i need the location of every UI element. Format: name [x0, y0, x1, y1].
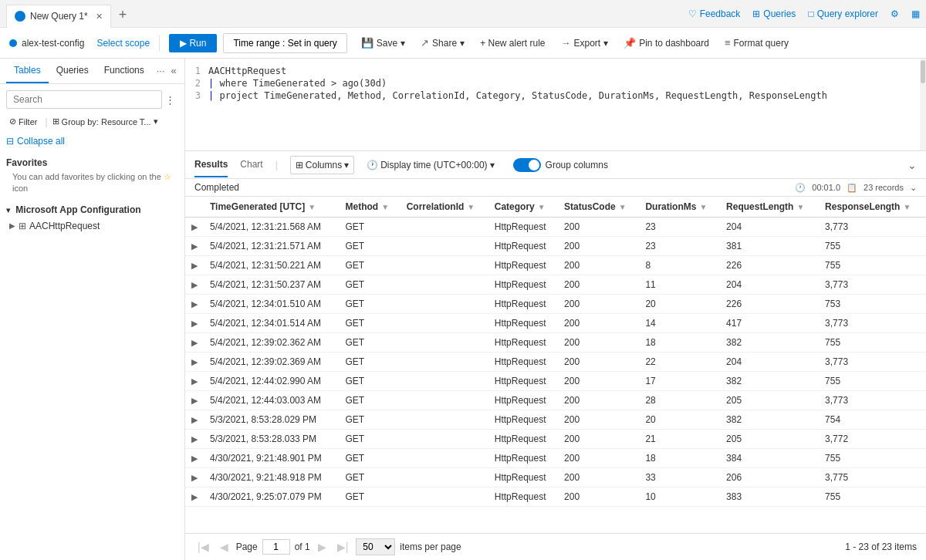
query-tab[interactable]: New Query 1* ✕	[6, 5, 111, 28]
row-expand-icon[interactable]: ▶	[191, 376, 198, 386]
category-filter-icon[interactable]: ▼	[538, 203, 546, 211]
row-expand-icon[interactable]: ▶	[191, 454, 198, 463]
filter-button[interactable]: ⊘ Filter	[6, 115, 40, 128]
sidebar-more-button[interactable]: ⋮	[162, 93, 178, 107]
sidebar-collapse-button[interactable]: «	[168, 59, 180, 83]
correlation-filter-icon[interactable]: ▼	[467, 203, 475, 211]
row-expand-icon[interactable]: ▶	[191, 319, 198, 328]
toggle-switch[interactable]	[513, 158, 541, 172]
responselen-filter-icon[interactable]: ▼	[903, 203, 911, 211]
tab-close-button[interactable]: ✕	[96, 12, 103, 22]
sidebar-tab-functions[interactable]: Functions	[96, 59, 152, 83]
new-alert-rule-button[interactable]: + New alert rule	[475, 35, 549, 52]
table-row: ▶ 5/4/2021, 12:39:02.362 AM GET HttpRequ…	[185, 333, 926, 353]
page-input[interactable]	[262, 539, 290, 555]
queries-button[interactable]: ⊞ Queries	[752, 8, 796, 19]
run-button[interactable]: ▶ Run	[169, 34, 217, 52]
col-header-status: StatusCode ▼	[558, 197, 639, 218]
results-tab-results[interactable]: Results	[194, 153, 228, 177]
sidebar-tab-queries[interactable]: Queries	[49, 59, 96, 83]
results-tab-chart[interactable]: Chart	[240, 153, 262, 177]
share-chevron-icon: ▾	[460, 38, 465, 49]
row-expand-icon[interactable]: ▶	[191, 396, 198, 405]
cell-duration: 23	[639, 237, 720, 256]
expand-status-icon[interactable]: ⌄	[910, 183, 917, 193]
export-chevron-icon: ▾	[603, 38, 608, 49]
title-bar: New Query 1* ✕ + ♡ Feedback ⊞ Queries □ …	[0, 0, 926, 28]
row-expand-icon[interactable]: ▶	[191, 241, 198, 251]
page-label: Page	[236, 541, 258, 552]
cell-requestlen: 226	[720, 295, 819, 314]
query-editor[interactable]: 1 AACHttpRequest 2 | where TimeGenerated…	[185, 59, 926, 151]
feedback-button[interactable]: ♡ Feedback	[688, 8, 741, 19]
display-time-button[interactable]: 🕐 Display time (UTC+00:00) ▾	[367, 160, 494, 170]
row-expand-icon[interactable]: ▶	[191, 415, 198, 424]
row-expand-icon[interactable]: ▶	[191, 473, 198, 482]
add-tab-button[interactable]: +	[114, 7, 132, 23]
next-page-button[interactable]: ▶	[315, 539, 330, 555]
row-expand-icon[interactable]: ▶	[191, 299, 198, 309]
group-by-button[interactable]: ⊞ Group by: Resource T... ▾	[52, 116, 158, 127]
save-button[interactable]: 💾 Save ▾	[357, 34, 410, 52]
row-expand-icon[interactable]: ▶	[191, 492, 198, 501]
row-expand-icon[interactable]: ▶	[191, 357, 198, 366]
cell-time: 4/30/2021, 9:25:07.079 PM	[204, 487, 339, 507]
pin-to-dashboard-button[interactable]: 📌 Pin to dashboard	[619, 34, 714, 52]
sidebar-tab-tables[interactable]: Tables	[6, 59, 49, 83]
format-query-button[interactable]: ≡ Format query	[720, 34, 793, 52]
col-header-method: Method ▼	[339, 197, 400, 218]
last-page-button[interactable]: ▶|	[334, 539, 352, 555]
table-item-icon: ⊞	[19, 221, 26, 231]
time-range-button[interactable]: Time range : Set in query	[223, 33, 346, 53]
export-button[interactable]: → Export ▾	[556, 34, 613, 52]
line-number-2: 2	[185, 78, 208, 89]
row-expand-icon[interactable]: ▶	[191, 222, 198, 231]
cell-category: HttpRequest	[488, 372, 558, 391]
prev-page-button[interactable]: ◀	[217, 539, 231, 555]
row-expand-icon[interactable]: ▶	[191, 261, 198, 270]
time-filter-icon[interactable]: ▼	[308, 203, 316, 211]
layout-icon[interactable]: ▦	[911, 8, 920, 19]
status-bar: Completed 🕐 00:01.0 📋 23 records ⌄	[185, 179, 926, 197]
search-input[interactable]	[6, 90, 162, 109]
cell-statuscode: 200	[558, 487, 639, 507]
cell-statuscode: 200	[558, 449, 639, 468]
sidebar-tabs-more-button[interactable]: ···	[154, 59, 168, 83]
cell-category: HttpRequest	[488, 468, 558, 487]
cell-requestlen: 205	[720, 391, 819, 410]
settings-icon[interactable]: ⚙	[891, 8, 899, 19]
editor-scrollbar[interactable]	[920, 59, 926, 150]
first-page-button[interactable]: |◀	[194, 539, 212, 555]
cell-responselen: 755	[819, 333, 926, 353]
cell-duration: 22	[639, 353, 720, 372]
cell-category: HttpRequest	[488, 430, 558, 449]
cell-statuscode: 200	[558, 430, 639, 449]
col-header-category: Category ▼	[488, 197, 558, 218]
results-tab-collapse-icon[interactable]: ⌄	[907, 159, 917, 171]
select-scope-button[interactable]: Select scope	[96, 38, 150, 49]
tree-item-aachttprequest[interactable]: ▶ ⊞ AACHttpRequest	[6, 218, 178, 234]
cell-requestlen: 381	[720, 237, 819, 256]
cell-requestlen: 204	[720, 218, 819, 237]
requestlen-filter-icon[interactable]: ▼	[796, 203, 804, 211]
cell-duration: 23	[639, 218, 720, 237]
method-filter-icon[interactable]: ▼	[381, 203, 389, 211]
cell-duration: 18	[639, 333, 720, 353]
row-expand-icon[interactable]: ▶	[191, 280, 198, 289]
share-button[interactable]: ↗ Share ▾	[416, 34, 469, 52]
status-filter-icon[interactable]: ▼	[619, 203, 627, 211]
row-expand-icon[interactable]: ▶	[191, 338, 198, 347]
query-explorer-button[interactable]: □ Query explorer	[808, 8, 878, 19]
cell-statuscode: 200	[558, 237, 639, 256]
row-expand-icon[interactable]: ▶	[191, 434, 198, 444]
cell-category: HttpRequest	[488, 218, 558, 237]
columns-button[interactable]: ⊞ Columns ▾	[290, 156, 354, 174]
cell-method: GET	[339, 275, 400, 295]
per-page-select[interactable]: 50 100 200	[356, 538, 395, 555]
collapse-all-button[interactable]: ⊟ Collapse all	[0, 131, 184, 151]
group-columns-toggle[interactable]: Group columns	[513, 158, 608, 172]
duration-filter-icon[interactable]: ▼	[699, 203, 707, 211]
table-header-row: TimeGenerated [UTC] ▼ Method ▼	[185, 197, 926, 218]
cell-method: GET	[339, 256, 400, 275]
cell-duration: 8	[639, 256, 720, 275]
